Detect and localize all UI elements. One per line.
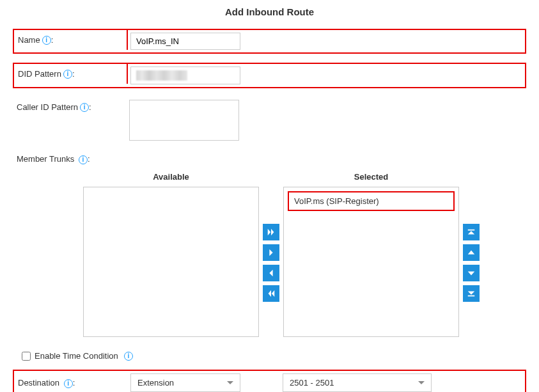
info-icon[interactable]: i xyxy=(80,103,89,112)
label-caller-id: Caller ID Pattern i: xyxy=(13,97,127,117)
selected-list[interactable]: VoIP.ms (SIP-Register) xyxy=(283,187,459,337)
label-member-trunks: Member Trunks i: xyxy=(13,154,526,164)
member-trunks-dual-list: Available Selected VoIP.ms (SIP-Register… xyxy=(13,168,526,337)
info-icon[interactable]: i xyxy=(42,36,51,45)
move-left-button[interactable] xyxy=(263,265,279,281)
cell-did xyxy=(128,64,243,87)
chevron-bottom-icon xyxy=(467,289,476,298)
info-icon[interactable]: i xyxy=(124,352,133,361)
chevron-left-icon xyxy=(267,269,276,278)
destination-type-value: Extension xyxy=(137,378,174,388)
order-buttons xyxy=(463,168,480,337)
available-column: Available xyxy=(83,168,259,337)
label-did: DID Pattern i: xyxy=(14,64,128,84)
row-name: Name i: xyxy=(13,29,526,54)
cell-name xyxy=(128,30,243,52)
info-icon[interactable]: i xyxy=(64,379,73,388)
label-caller-id-text: Caller ID Pattern xyxy=(17,102,78,112)
chevron-down-icon xyxy=(418,381,425,384)
label-name: Name i: xyxy=(14,30,128,50)
colon: : xyxy=(73,378,75,388)
label-name-text: Name xyxy=(18,35,40,45)
double-chevron-right-icon xyxy=(267,228,276,237)
page-title: Add Inbound Route xyxy=(13,6,526,17)
move-down-button[interactable] xyxy=(463,265,480,281)
label-destination-text: Destination xyxy=(18,378,59,388)
list-item[interactable]: VoIP.ms (SIP-Register) xyxy=(288,191,455,211)
name-input[interactable] xyxy=(130,33,240,50)
move-top-button[interactable] xyxy=(463,224,480,240)
destination-value-text: 2501 - 2501 xyxy=(290,378,334,388)
destination-type-select[interactable]: Extension xyxy=(130,373,240,392)
available-list[interactable] xyxy=(83,187,259,337)
colon: : xyxy=(72,69,75,79)
selected-column: Selected VoIP.ms (SIP-Register) xyxy=(283,168,459,337)
chevron-down-icon xyxy=(467,269,476,278)
label-destination: Destination i: xyxy=(14,373,128,393)
chevron-down-icon xyxy=(227,381,233,384)
colon: : xyxy=(88,154,90,164)
label-time-condition: Enable Time Condition xyxy=(35,351,118,361)
row-caller-id: Caller ID Pattern i: xyxy=(13,97,526,145)
cell-caller-id xyxy=(127,97,242,145)
available-title: Available xyxy=(153,168,189,187)
colon: : xyxy=(89,102,91,112)
row-time-condition: Enable Time Condition i xyxy=(13,349,526,370)
redacted-value xyxy=(136,70,187,81)
row-destination: Destination i: Extension 2501 - 2501 xyxy=(13,370,526,392)
chevron-top-icon xyxy=(467,228,476,237)
selected-title: Selected xyxy=(354,168,388,187)
move-all-right-button[interactable] xyxy=(263,224,279,240)
chevron-up-icon xyxy=(467,248,476,257)
label-did-text: DID Pattern xyxy=(18,69,61,79)
move-up-button[interactable] xyxy=(463,244,480,261)
move-buttons xyxy=(263,168,279,337)
chevron-right-icon xyxy=(267,248,276,257)
colon: : xyxy=(51,35,54,45)
label-member-trunks-text: Member Trunks xyxy=(17,154,74,164)
info-icon[interactable]: i xyxy=(79,155,88,164)
destination-value-select[interactable]: 2501 - 2501 xyxy=(283,373,432,392)
move-bottom-button[interactable] xyxy=(463,285,480,302)
move-right-button[interactable] xyxy=(263,244,279,261)
caller-id-pattern-input[interactable] xyxy=(129,100,239,141)
move-all-left-button[interactable] xyxy=(263,285,279,302)
row-did-pattern: DID Pattern i: xyxy=(13,63,526,88)
enable-time-condition-checkbox[interactable] xyxy=(22,352,31,361)
info-icon[interactable]: i xyxy=(63,70,72,79)
double-chevron-left-icon xyxy=(267,289,276,298)
